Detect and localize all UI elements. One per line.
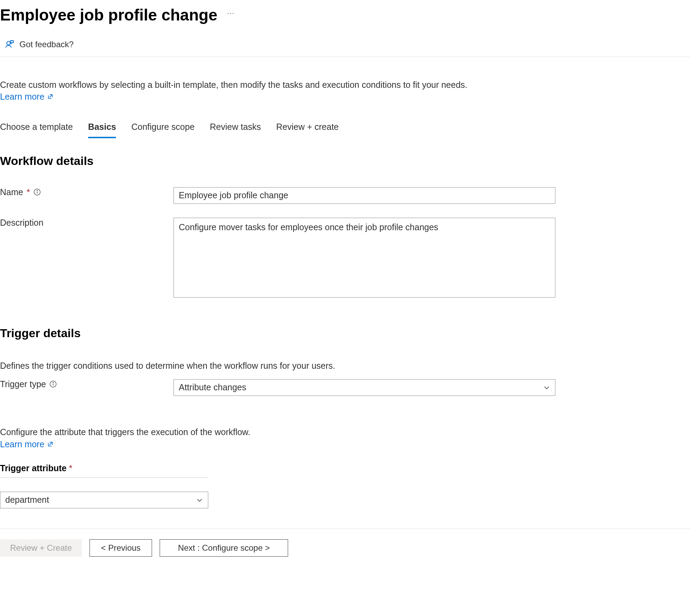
external-link-icon [47, 439, 53, 449]
trigger-description: Defines the trigger conditions used to d… [0, 361, 690, 371]
tab-choose-template[interactable]: Choose a template [0, 122, 73, 138]
review-create-button: Review + Create [0, 539, 82, 557]
description-label: Description [0, 218, 43, 228]
required-indicator: * [69, 463, 73, 473]
trigger-details-title: Trigger details [0, 326, 690, 340]
tabs: Choose a template Basics Configure scope… [0, 122, 690, 138]
next-button[interactable]: Next : Configure scope > [160, 539, 288, 557]
previous-button[interactable]: < Previous [90, 539, 152, 557]
trigger-attribute-intro: Configure the attribute that triggers th… [0, 427, 690, 437]
chevron-down-icon [543, 384, 550, 391]
feedback-icon [4, 39, 15, 50]
trigger-learn-more-label: Learn more [0, 439, 44, 449]
svg-point-3 [37, 190, 38, 191]
workflow-details-title: Workflow details [0, 154, 690, 168]
trigger-attribute-value: department [5, 495, 49, 505]
trigger-attribute-label-text: Trigger attribute [0, 463, 67, 473]
name-label: Name [0, 187, 23, 197]
tab-review-create[interactable]: Review + create [276, 122, 339, 138]
learn-more-link[interactable]: Learn more [0, 92, 53, 102]
description-textarea[interactable] [174, 218, 555, 298]
trigger-type-value: Attribute changes [179, 382, 246, 392]
info-icon[interactable] [33, 188, 41, 196]
required-indicator: * [27, 187, 30, 197]
tab-review-tasks[interactable]: Review tasks [210, 122, 261, 138]
tab-configure-scope[interactable]: Configure scope [131, 122, 194, 138]
tab-basics[interactable]: Basics [88, 122, 116, 138]
learn-more-label: Learn more [0, 92, 44, 102]
page-title: Employee job profile change [0, 6, 217, 24]
svg-point-0 [7, 41, 10, 45]
chevron-down-icon [196, 497, 203, 503]
feedback-button[interactable]: Got feedback? [0, 30, 690, 57]
svg-point-6 [53, 382, 54, 383]
trigger-attribute-select[interactable]: department [0, 492, 208, 508]
intro-text: Create custom workflows by selecting a b… [0, 78, 690, 92]
name-input[interactable] [174, 187, 555, 204]
external-link-icon [47, 92, 53, 102]
feedback-label: Got feedback? [19, 40, 74, 49]
divider [0, 477, 208, 478]
trigger-attribute-label: Trigger attribute * [0, 463, 72, 477]
trigger-learn-more-link[interactable]: Learn more [0, 439, 53, 449]
more-icon[interactable]: ··· [227, 9, 234, 17]
info-icon[interactable] [49, 380, 57, 388]
trigger-type-select[interactable]: Attribute changes [174, 379, 555, 396]
trigger-type-label: Trigger type [0, 379, 46, 389]
